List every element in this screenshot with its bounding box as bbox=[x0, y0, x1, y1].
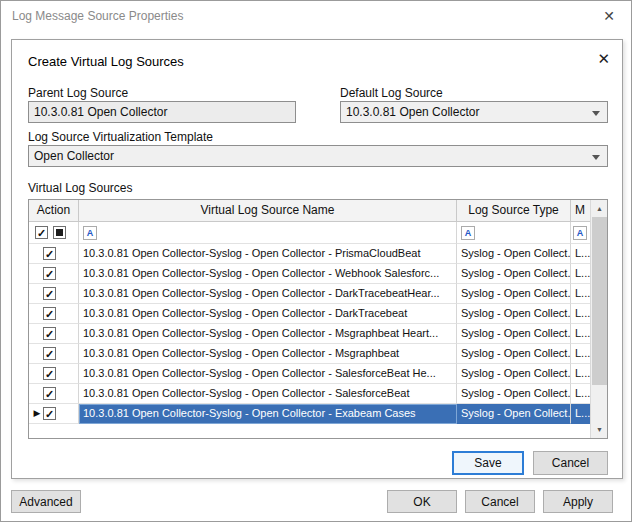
row-name-cell[interactable]: 10.3.0.81 Open Collector-Syslog - Open C… bbox=[79, 264, 457, 284]
filter-cell-name: A bbox=[79, 222, 457, 244]
row-name-cell[interactable]: 10.3.0.81 Open Collector-Syslog - Open C… bbox=[79, 324, 457, 344]
row-mpe-cell: L... bbox=[571, 364, 592, 384]
row-action-cell: ▶ ✓ bbox=[29, 404, 79, 424]
table-body: ✓ 10.3.0.81 Open Collector-Syslog - Open… bbox=[29, 244, 607, 424]
row-type-cell: Syslog - Open Collect... bbox=[457, 384, 571, 404]
table-filter-row: ✓ A A A bbox=[29, 222, 592, 244]
row-action-cell: ✓ bbox=[29, 344, 79, 364]
virtualization-template-dropdown[interactable]: Open Collector bbox=[28, 145, 608, 167]
table-row[interactable]: ✓ 10.3.0.81 Open Collector-Syslog - Open… bbox=[29, 364, 592, 384]
row-action-cell: ✓ bbox=[29, 264, 79, 284]
row-checkbox[interactable]: ✓ bbox=[43, 327, 56, 340]
advanced-button[interactable]: Advanced bbox=[11, 490, 81, 513]
row-action-cell: ✓ bbox=[29, 244, 79, 264]
virtual-log-sources-label: Virtual Log Sources bbox=[28, 181, 133, 195]
row-mpe-cell: L... bbox=[571, 324, 592, 344]
table-vertical-scrollbar[interactable]: ▲ ▼ bbox=[590, 200, 607, 438]
dialog-close-icon[interactable]: ✕ bbox=[597, 50, 610, 68]
row-action-cell: ✓ bbox=[29, 304, 79, 324]
default-log-source-value: 10.3.0.81 Open Collector bbox=[346, 105, 479, 119]
row-mpe-cell: L... bbox=[571, 284, 592, 304]
select-all-checkbox[interactable]: ✓ bbox=[35, 226, 48, 239]
column-header-action[interactable]: Action bbox=[29, 200, 79, 222]
row-mpe-cell: L... bbox=[571, 384, 592, 404]
scroll-up-icon[interactable]: ▲ bbox=[591, 200, 608, 217]
window-cancel-button[interactable]: Cancel bbox=[465, 490, 535, 513]
table-row[interactable]: ✓ 10.3.0.81 Open Collector-Syslog - Open… bbox=[29, 264, 592, 284]
row-name-cell[interactable]: 10.3.0.81 Open Collector-Syslog - Open C… bbox=[79, 404, 457, 424]
virtual-log-sources-table: Action Virtual Log Source Name Log Sourc… bbox=[28, 199, 608, 439]
scrollbar-thumb[interactable] bbox=[592, 217, 607, 385]
row-checkbox[interactable]: ✓ bbox=[43, 367, 56, 380]
window-close-icon[interactable]: ✕ bbox=[587, 1, 631, 31]
row-mpe-cell: L... bbox=[571, 344, 592, 364]
log-message-source-properties-window: Log Message Source Properties ✕ Create V… bbox=[0, 0, 632, 522]
chevron-down-icon bbox=[592, 155, 600, 160]
row-type-cell: Syslog - Open Collect... bbox=[457, 324, 571, 344]
row-name-cell[interactable]: 10.3.0.81 Open Collector-Syslog - Open C… bbox=[79, 284, 457, 304]
table-row[interactable]: ▶ ✓ 10.3.0.81 Open Collector-Syslog - Op… bbox=[29, 404, 592, 424]
row-action-cell: ✓ bbox=[29, 324, 79, 344]
row-checkbox[interactable]: ✓ bbox=[43, 267, 56, 280]
row-name-cell[interactable]: 10.3.0.81 Open Collector-Syslog - Open C… bbox=[79, 304, 457, 324]
row-action-cell: ✓ bbox=[29, 364, 79, 384]
row-type-cell: Syslog - Open Collect... bbox=[457, 284, 571, 304]
filter-cell-type: A bbox=[457, 222, 571, 244]
filter-cell-mpe: A bbox=[571, 222, 592, 244]
text-filter-icon[interactable]: A bbox=[83, 226, 97, 240]
row-type-cell: Syslog - Open Collect... bbox=[457, 304, 571, 324]
row-checkbox[interactable]: ✓ bbox=[43, 307, 56, 320]
window-title: Log Message Source Properties bbox=[12, 9, 183, 23]
row-type-cell: Syslog - Open Collect... bbox=[457, 364, 571, 384]
row-type-cell: Syslog - Open Collect... bbox=[457, 404, 571, 424]
table-row[interactable]: ✓ 10.3.0.81 Open Collector-Syslog - Open… bbox=[29, 384, 592, 404]
row-name-cell[interactable]: 10.3.0.81 Open Collector-Syslog - Open C… bbox=[79, 244, 457, 264]
parent-log-source-field[interactable] bbox=[28, 101, 296, 123]
column-header-type[interactable]: Log Source Type bbox=[457, 200, 571, 222]
partial-select-checkbox[interactable] bbox=[53, 226, 66, 239]
row-mpe-cell: L... bbox=[571, 264, 592, 284]
table-header-row: Action Virtual Log Source Name Log Sourc… bbox=[29, 200, 592, 222]
row-checkbox[interactable]: ✓ bbox=[43, 387, 56, 400]
default-log-source-dropdown[interactable]: 10.3.0.81 Open Collector bbox=[340, 101, 608, 123]
window-titlebar: Log Message Source Properties ✕ bbox=[1, 1, 631, 31]
column-header-mpe[interactable]: M bbox=[571, 200, 592, 222]
chevron-down-icon bbox=[592, 111, 600, 116]
table-row[interactable]: ✓ 10.3.0.81 Open Collector-Syslog - Open… bbox=[29, 284, 592, 304]
row-name-cell[interactable]: 10.3.0.81 Open Collector-Syslog - Open C… bbox=[79, 364, 457, 384]
row-name-cell[interactable]: 10.3.0.81 Open Collector-Syslog - Open C… bbox=[79, 344, 457, 364]
scroll-down-icon[interactable]: ▼ bbox=[591, 421, 608, 438]
row-type-cell: Syslog - Open Collect... bbox=[457, 344, 571, 364]
row-type-cell: Syslog - Open Collect... bbox=[457, 244, 571, 264]
column-header-name[interactable]: Virtual Log Source Name bbox=[79, 200, 457, 222]
row-marker-icon: ▶ bbox=[31, 404, 43, 423]
table-row[interactable]: ✓ 10.3.0.81 Open Collector-Syslog - Open… bbox=[29, 344, 592, 364]
row-checkbox[interactable]: ✓ bbox=[43, 247, 56, 260]
dialog-title: Create Virtual Log Sources bbox=[28, 54, 184, 69]
dialog-cancel-button[interactable]: Cancel bbox=[533, 451, 608, 475]
row-checkbox[interactable]: ✓ bbox=[43, 407, 56, 420]
row-mpe-cell: L... bbox=[571, 404, 592, 424]
text-filter-icon[interactable]: A bbox=[461, 226, 475, 240]
row-mpe-cell: L... bbox=[571, 304, 592, 324]
checkbox-fill-icon bbox=[56, 229, 63, 236]
row-action-cell: ✓ bbox=[29, 284, 79, 304]
save-button[interactable]: Save bbox=[452, 451, 524, 475]
virtualization-template-value: Open Collector bbox=[34, 149, 114, 163]
row-type-cell: Syslog - Open Collect... bbox=[457, 264, 571, 284]
row-checkbox[interactable]: ✓ bbox=[43, 287, 56, 300]
filter-cell-action: ✓ bbox=[29, 222, 79, 244]
row-name-cell[interactable]: 10.3.0.81 Open Collector-Syslog - Open C… bbox=[79, 384, 457, 404]
default-log-source-label: Default Log Source bbox=[340, 86, 443, 100]
create-virtual-log-sources-dialog: Create Virtual Log Sources ✕ Parent Log … bbox=[11, 39, 623, 479]
parent-log-source-label: Parent Log Source bbox=[28, 86, 128, 100]
row-mpe-cell: L... bbox=[571, 244, 592, 264]
table-row[interactable]: ✓ 10.3.0.81 Open Collector-Syslog - Open… bbox=[29, 324, 592, 344]
table-row[interactable]: ✓ 10.3.0.81 Open Collector-Syslog - Open… bbox=[29, 304, 592, 324]
ok-button[interactable]: OK bbox=[387, 490, 457, 513]
text-filter-icon[interactable]: A bbox=[573, 226, 587, 240]
apply-button[interactable]: Apply bbox=[543, 490, 613, 513]
row-checkbox[interactable]: ✓ bbox=[43, 347, 56, 360]
row-action-cell: ✓ bbox=[29, 384, 79, 404]
table-row[interactable]: ✓ 10.3.0.81 Open Collector-Syslog - Open… bbox=[29, 244, 592, 264]
